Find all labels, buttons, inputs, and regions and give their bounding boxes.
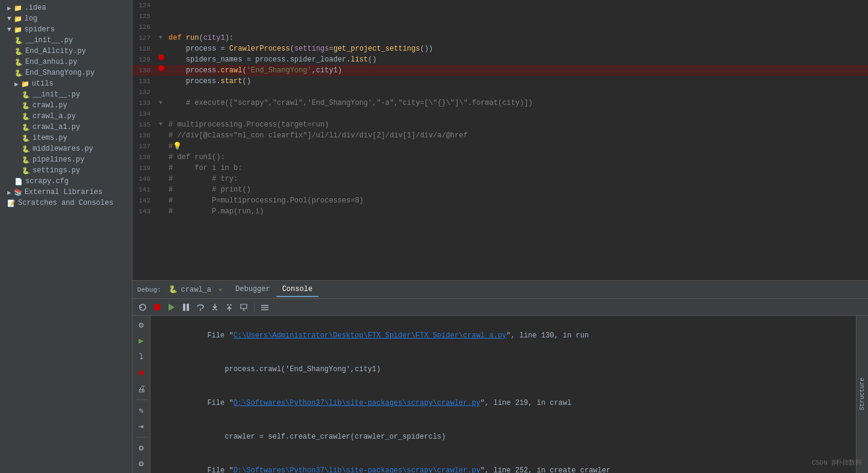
breakpoint-130[interactable]	[158, 65, 164, 71]
debug-main-area: ⚙ ▶ ⤵ ■ 🖨 ✎ ⇥ ⚙ ⚙ File "C:\Users\Adminis…	[132, 316, 868, 473]
py-file-icon: 🐍	[22, 113, 30, 121]
sidebar-item-external-libraries[interactable]: ▶ 📚 External Libraries	[0, 187, 132, 198]
debug-stop-btn[interactable]	[150, 301, 164, 314]
svg-rect-10	[261, 309, 268, 310]
debug-action-next[interactable]: ⇥	[134, 419, 149, 433]
debug-pause-btn[interactable]	[179, 301, 193, 314]
fold-icon[interactable]: ▼	[159, 119, 163, 130]
sidebar-item-pipelines[interactable]: 🐍 pipelines.py	[0, 154, 132, 165]
code-content[interactable]: 124 125 126 127	[132, 0, 868, 280]
sidebar-item-spiders[interactable]: ▼ 📁 spiders	[0, 24, 132, 35]
sidebar-item-label: crawl_a.py	[33, 112, 76, 121]
code-line-125: 125	[132, 11, 868, 22]
sidebar-item-label: items.py	[33, 134, 67, 142]
sidebar-item-scratches[interactable]: 📝 Scratches and Consoles	[0, 198, 132, 208]
code-line-134: 134	[132, 108, 868, 119]
sidebar-item-end-allcity[interactable]: 🐍 End_Allcity.py	[0, 46, 132, 57]
code-line-132: 132	[132, 87, 868, 98]
code-line-136: 136 # //div[@class="nl_con clearfix"]/ul…	[132, 130, 868, 141]
debug-file-link-3[interactable]: D:\Softwares\Python37\lib\site-packages\…	[234, 466, 480, 473]
svg-rect-0	[154, 304, 160, 310]
sidebar-item-label: End_anhui.py	[25, 58, 77, 66]
sidebar-item-label: __init__.py	[25, 36, 73, 45]
debug-action-run[interactable]: ▶	[134, 334, 149, 348]
sidebar-item-init2[interactable]: 🐍 __init__.py	[0, 89, 132, 100]
py-file-icon: 🐍	[22, 145, 30, 153]
debug-step-out-btn[interactable]	[223, 301, 236, 314]
debug-active-file[interactable]: crawl_a	[181, 286, 211, 294]
main-area: ▶ 📁 .idea ▼ 📁 log ▼ 📁 spiders 🐍 __init__…	[0, 0, 868, 473]
py-file-icon: 🐍	[14, 37, 23, 45]
sidebar-item-log[interactable]: ▼ 📁 log	[0, 13, 132, 24]
code-line-131: 131 process.start()	[132, 76, 868, 87]
sidebar-item-crawl-a[interactable]: 🐍 crawl_a.py	[0, 111, 132, 122]
fold-icon[interactable]: ▼	[159, 98, 163, 108]
debug-action-step[interactable]: ⤵	[134, 350, 149, 364]
folder-icon: 📁	[14, 15, 22, 23]
sidebar-item-label: middlewares.py	[33, 145, 93, 153]
sidebar-item-scrapy-cfg[interactable]: 📄 scrapy.cfg	[0, 176, 132, 187]
debug-step-into-btn[interactable]	[208, 301, 222, 314]
sidebar-item-middlewares[interactable]: 🐍 middlewares.py	[0, 143, 132, 154]
watermark: CSDN @朴拙数科	[811, 458, 862, 467]
structure-label: Structure	[859, 378, 866, 410]
sidebar-item-end-anhui[interactable]: 🐍 End_anhui.py	[0, 57, 132, 67]
sidebar-item-end-shangyong[interactable]: 🐍 End_ShangYong.py	[0, 67, 132, 78]
debug-resume-btn[interactable]	[165, 301, 178, 314]
debug-action-settings[interactable]: ⚙	[134, 318, 149, 332]
debug-settings-btn[interactable]	[258, 301, 271, 314]
debug-rerun-btn[interactable]	[136, 301, 149, 314]
py-file-icon: 🐍	[14, 58, 23, 66]
fold-icon[interactable]: ▼	[159, 33, 163, 43]
debug-action-print[interactable]: 🖨	[134, 382, 149, 396]
chevron-right-icon: ▶	[14, 80, 19, 88]
code-editor: 124 125 126 127	[132, 0, 868, 280]
code-line-135: 135 ▼ # multiprocessing.Process(target=r…	[132, 119, 868, 130]
py-file-icon: 🐍	[14, 69, 23, 77]
svg-rect-3	[187, 304, 189, 311]
debug-detail-2: crawler = self.create_crawler(crawler_or…	[155, 421, 851, 453]
sidebar-item-items[interactable]: 🐍 items.py	[0, 133, 132, 143]
code-line-140: 140 # # try:	[132, 174, 868, 184]
py-file-icon: 🐍	[22, 91, 30, 99]
sidebar-item-crawl[interactable]: 🐍 crawl.py	[0, 100, 132, 111]
py-file-icon: 🐍	[22, 102, 30, 110]
debug-action-console[interactable]: ⚙	[134, 441, 149, 455]
structure-tab[interactable]: Structure	[856, 316, 868, 473]
sidebar-item-label: __init__.py	[33, 90, 80, 99]
sidebar-item-idea[interactable]: ▶ 📁 .idea	[0, 2, 132, 13]
breakpoint-129[interactable]	[158, 54, 164, 60]
tab-debugger[interactable]: Debugger	[229, 283, 276, 297]
debug-trace-1: File "C:\Users\Administrator\Desktop\FTX…	[155, 319, 851, 352]
cfg-file-icon: 📄	[14, 178, 23, 186]
code-line-133: 133 ▼ # execute(["scrapy","crawl",'End_S…	[132, 98, 868, 108]
debug-file-link-1[interactable]: C:\Users\Administrator\Desktop\FTX_Spide…	[234, 331, 507, 340]
sidebar-item-crawl-a1[interactable]: 🐍 crawl_a1.py	[0, 122, 132, 133]
sidebar-item-label: utils	[32, 80, 54, 88]
debug-action-stop[interactable]: ■	[134, 366, 149, 380]
sidebar-item-label: spiders	[25, 25, 55, 34]
sidebar-item-utils[interactable]: ▶ 📁 utils	[0, 78, 132, 89]
svg-rect-9	[261, 307, 268, 308]
chevron-right-icon: ▶	[7, 4, 11, 12]
py-file-icon: 🐍	[22, 156, 30, 164]
sidebar-item-init[interactable]: 🐍 __init__.py	[0, 35, 132, 46]
debug-run-to-cursor-btn[interactable]	[237, 301, 250, 314]
sidebar-item-label: End_ShangYong.py	[25, 69, 95, 77]
debug-toolbar	[132, 299, 868, 316]
svg-rect-2	[183, 304, 185, 311]
sidebar-item-settings[interactable]: 🐍 settings.py	[0, 165, 132, 176]
tab-console[interactable]: Console	[276, 283, 318, 297]
file-tree-sidebar[interactable]: ▶ 📁 .idea ▼ 📁 log ▼ 📁 spiders 🐍 __init__…	[0, 0, 132, 473]
code-line-137: 137 #💡	[132, 141, 868, 152]
svg-marker-1	[169, 304, 175, 311]
debug-file-link-2[interactable]: D:\Softwares\Python37\lib\site-packages\…	[234, 399, 480, 407]
debug-action-gear[interactable]: ⚙	[134, 457, 149, 471]
close-debug-tab-icon[interactable]: ✕	[219, 286, 222, 293]
debug-output[interactable]: File "C:\Users\Administrator\Desktop\FTX…	[150, 316, 856, 473]
debug-action-edit[interactable]: ✎	[134, 404, 149, 418]
code-line-139: 139 # for i in b:	[132, 163, 868, 174]
chevron-down-icon: ▼	[7, 26, 11, 33]
debug-step-over-btn[interactable]	[194, 301, 207, 314]
sidebar-item-label: Scratches and Consoles	[18, 199, 113, 207]
